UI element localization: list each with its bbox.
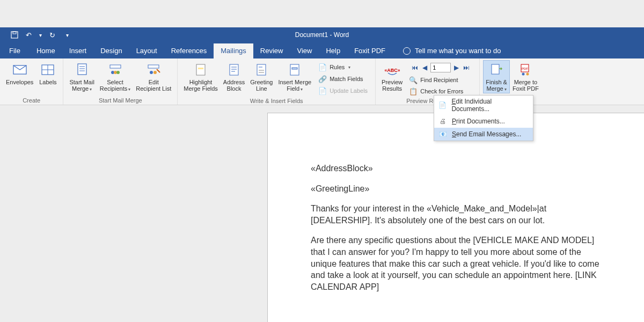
svg-rect-0: [11, 32, 18, 38]
email-icon: 📧: [438, 130, 447, 138]
group-label-start: Start Mail Merge: [63, 97, 177, 105]
undo-icon[interactable]: ↶: [26, 31, 32, 39]
paragraph-1: Thanks for your interest in the «Vehicle…: [311, 203, 601, 226]
tab-review[interactable]: Review: [253, 43, 290, 58]
prev-record-button[interactable]: ◀: [421, 64, 428, 71]
svg-rect-14: [148, 65, 159, 68]
document-icon: [74, 61, 91, 78]
start-mail-merge-button[interactable]: Start Mail Merge▾: [67, 60, 97, 93]
edit-people-icon: [145, 61, 162, 78]
greeting-icon: [253, 61, 270, 78]
rules-button[interactable]: 📄Rules▾: [317, 62, 369, 72]
tab-design[interactable]: Design: [93, 43, 129, 58]
greeting-line-button[interactable]: Greeting Line: [247, 60, 275, 93]
paragraph-2: Are there any specific questions about t…: [311, 235, 601, 292]
next-record-button[interactable]: ▶: [453, 64, 460, 71]
address-icon: [225, 61, 243, 78]
finish-merge-button[interactable]: Finish & Merge▾: [483, 60, 510, 93]
print-documents-item[interactable]: 🖨 PPrint Documents...rint Documents...: [434, 115, 533, 128]
check-icon: 📋: [409, 87, 418, 96]
finish-merge-icon: [488, 61, 505, 78]
envelopes-button[interactable]: Envelopes: [3, 60, 36, 86]
tell-me-label: Tell me what you want to do: [415, 47, 501, 55]
undo-dropdown-icon[interactable]: ▾: [39, 32, 42, 38]
svg-rect-30: [492, 64, 499, 74]
match-fields-button[interactable]: 🔗Match Fields: [317, 74, 369, 84]
tab-references[interactable]: References: [164, 43, 214, 58]
record-nav: ⏮ ◀ ▶ ⏭: [407, 61, 474, 74]
ribbon-tabs: File Home Insert Design Layout Reference…: [0, 42, 644, 58]
edit-docs-icon: 📄: [438, 101, 447, 109]
field-greeting-line: «GreetingLine»: [311, 183, 601, 195]
svg-text:PDF: PDF: [522, 67, 528, 70]
group-create: Envelopes Labels Create: [0, 58, 63, 105]
preview-results-button[interactable]: «ABC» Preview Results: [379, 60, 405, 93]
redo-icon[interactable]: ↻: [49, 31, 55, 39]
search-icon: 🔍: [409, 76, 418, 84]
svg-rect-6: [78, 64, 86, 75]
highlight-icon: [192, 61, 209, 78]
tab-file[interactable]: File: [0, 43, 30, 58]
bulb-icon: [403, 47, 411, 55]
svg-point-15: [150, 71, 153, 74]
svg-point-16: [153, 71, 157, 74]
ribbon: Envelopes Labels Create Start Mail Merge…: [0, 58, 644, 105]
insert-field-icon: [286, 61, 303, 78]
tab-home[interactable]: Home: [30, 43, 62, 58]
tab-foxit[interactable]: Foxit PDF: [347, 43, 392, 58]
qat-customize-icon[interactable]: ▾: [66, 32, 69, 38]
save-icon[interactable]: [11, 31, 18, 39]
labels-icon: [39, 61, 56, 78]
last-record-button[interactable]: ⏭: [462, 64, 471, 71]
print-icon: 🖨: [438, 117, 447, 126]
svg-point-13: [116, 71, 120, 74]
tab-insert[interactable]: Insert: [62, 43, 94, 58]
tell-me-search[interactable]: Tell me what you want to do: [403, 47, 501, 58]
svg-rect-23: [257, 64, 266, 75]
field-address-block: «AddressBlock»: [311, 163, 601, 174]
svg-rect-27: [290, 64, 299, 75]
group-start-mail-merge: Start Mail Merge▾ Select Recipients▾ Edi…: [63, 58, 178, 105]
document-page[interactable]: «AddressBlock» «GreetingLine» Thanks for…: [267, 113, 644, 322]
envelope-icon: [11, 61, 28, 78]
tab-view[interactable]: View: [290, 43, 319, 58]
preview-icon: «ABC»: [384, 61, 401, 78]
insert-merge-field-button[interactable]: Insert Merge Field▾: [275, 60, 314, 93]
tab-mailings[interactable]: Mailings: [214, 43, 253, 58]
first-record-button[interactable]: ⏮: [411, 64, 419, 71]
tab-layout[interactable]: Layout: [129, 43, 164, 58]
select-recipients-button[interactable]: Select Recipients▾: [97, 60, 133, 93]
finish-merge-dropdown: 📄 EEdit Individual Documents...dit Indiv…: [434, 95, 533, 141]
group-label-write: Write & Insert Fields: [178, 98, 375, 105]
svg-text:«ABC»: «ABC»: [385, 68, 400, 73]
address-block-button[interactable]: Address Block: [221, 60, 247, 93]
group-label-create: Create: [0, 97, 63, 105]
quick-access-toolbar: ↶ ▾ ↻ ▾: [0, 31, 69, 39]
svg-rect-19: [230, 64, 238, 75]
merge-to-pdf-button[interactable]: PDF Merge to Foxit PDF: [510, 60, 541, 93]
edit-individual-documents-item[interactable]: 📄 EEdit Individual Documents...dit Indiv…: [434, 96, 533, 115]
update-icon: 📄: [318, 86, 327, 95]
window-title: Document1 - Word: [295, 31, 349, 39]
pdf-icon: PDF: [517, 61, 534, 78]
people-icon: [107, 61, 124, 78]
svg-point-34: [526, 73, 529, 76]
svg-rect-28: [292, 68, 297, 69]
edit-recipient-list-button[interactable]: Edit Recipient List: [133, 60, 174, 93]
find-recipient-button[interactable]: 🔍Find Recipient: [407, 75, 474, 85]
group-write-insert: Highlight Merge Fields Address Block Gre…: [178, 58, 376, 105]
send-email-messages-item[interactable]: 📧 SSend Email Messages...end Email Messa…: [434, 128, 533, 141]
svg-rect-10: [110, 65, 121, 68]
record-number-input[interactable]: [430, 63, 451, 72]
highlight-merge-fields-button[interactable]: Highlight Merge Fields: [181, 60, 221, 93]
labels-button[interactable]: Labels: [36, 60, 60, 86]
svg-rect-18: [198, 68, 203, 69]
match-icon: 🔗: [318, 75, 327, 83]
document-body: «AddressBlock» «GreetingLine» Thanks for…: [311, 163, 601, 292]
svg-rect-17: [196, 64, 205, 75]
svg-point-33: [522, 73, 525, 76]
title-bar: ↶ ▾ ↻ ▾ Document1 - Word: [0, 27, 644, 42]
update-labels-button: 📄Update Labels: [317, 85, 369, 96]
rules-icon: 📄: [318, 63, 327, 71]
tab-help[interactable]: Help: [319, 43, 347, 58]
